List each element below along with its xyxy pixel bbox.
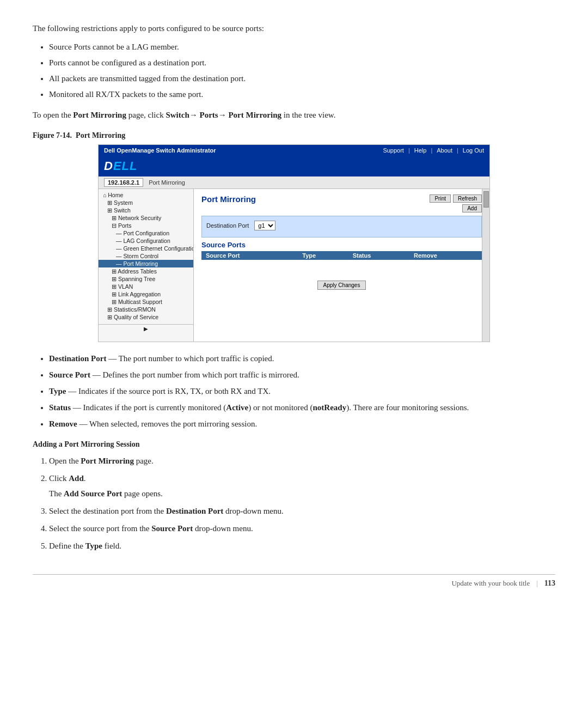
main-title: Port Mirroring: [201, 194, 256, 204]
table-header-row: Source Port Type Status Remove: [201, 251, 482, 260]
col-type: Type: [298, 251, 348, 260]
main-header: Port Mirroring Print Refresh Add: [201, 194, 482, 212]
desc-type: Type — Indicates if the source port is R…: [49, 385, 555, 398]
footer: Update with your book title | 113: [33, 574, 555, 588]
breadcrumb-ip[interactable]: 192.168.2.1: [104, 178, 143, 187]
logo-bar: DELL: [99, 156, 489, 176]
description-list: Destination Port — The port number to wh…: [49, 352, 555, 430]
table-empty-row: [201, 260, 482, 275]
breadcrumb-page: Port Mirroring: [149, 179, 185, 186]
breadcrumb-bar: 192.168.2.1 Port Mirroring: [99, 176, 489, 189]
dest-port-row: Destination Port g1: [206, 218, 477, 235]
sidebar-ports[interactable]: ⊟ Ports: [99, 222, 193, 229]
sidebar-vlan[interactable]: ⊞ VLAN: [99, 283, 193, 290]
btn-row-1: Print Refresh: [430, 194, 482, 203]
main-buttons: Print Refresh Add: [430, 194, 482, 212]
col-remove: Remove: [409, 251, 482, 260]
sidebar-switch[interactable]: ⊞ Switch: [99, 206, 193, 214]
adding-section-heading: Adding a Port Mirroring Session: [33, 440, 555, 449]
sidebar-statistics-rmon[interactable]: ⊞ Statistics/RMON: [99, 306, 193, 313]
btn-row-2: Add: [462, 204, 482, 212]
desc-status: Status — Indicates if the port is curren…: [49, 401, 555, 414]
sidebar-multicast-support[interactable]: ⊞ Multicast Support: [99, 298, 193, 306]
source-ports-table: Source Port Type Status Remove: [201, 251, 482, 275]
desc-destination-port: Destination Port — The port number to wh…: [49, 352, 555, 365]
desc-remove: Remove — When selected, removes the port…: [49, 417, 555, 430]
add-button[interactable]: Add: [462, 204, 482, 212]
sidebar: ⌂ Home ⊞ System ⊞ Switch ⊞ Network Secur…: [99, 189, 194, 342]
topbar-logout[interactable]: Log Out: [463, 147, 484, 154]
dell-logo: DELL: [104, 159, 137, 173]
sidebar-lag-configuration[interactable]: — LAG Configuration: [99, 237, 193, 245]
dest-port-section: Destination Port g1: [201, 216, 482, 238]
apply-changes-button[interactable]: Apply Changes: [317, 281, 366, 290]
bullet-3: All packets are transmitted tagged from …: [49, 72, 555, 85]
adding-steps: Open the Port Mirroring page. Click Add.…: [49, 454, 555, 552]
sidebar-port-mirroring[interactable]: — Port Mirroring: [99, 260, 193, 267]
dest-port-label: Destination Port: [206, 222, 249, 229]
desc-source-port: Source Port — Defines the port number fr…: [49, 368, 555, 381]
scrollbar[interactable]: [482, 189, 489, 342]
sep1: |: [408, 147, 410, 154]
topbar: Dell OpenManage Switch Administrator Sup…: [99, 145, 489, 156]
sidebar-address-tables[interactable]: ⊞ Address Tables: [99, 267, 193, 275]
step-1: Open the Port Mirroring page.: [49, 454, 555, 467]
sidebar-green-ethernet[interactable]: — Green Ethernet Configuration: [99, 245, 193, 252]
figure-label: Figure 7-14. Port Mirroring: [33, 131, 555, 140]
step-4: Select the source port from the Source P…: [49, 522, 555, 535]
tree-instruction: To open the Port Mirroring page, click S…: [33, 108, 555, 121]
source-ports-title: Source Ports: [201, 241, 482, 249]
col-status: Status: [348, 251, 409, 260]
apply-row: Apply Changes: [201, 281, 482, 290]
sidebar-link-aggregation[interactable]: ⊞ Link Aggregation: [99, 290, 193, 298]
sidebar-network-security[interactable]: ⊞ Network Security: [99, 214, 193, 222]
sidebar-quality-of-service[interactable]: ⊞ Quality of Service: [99, 313, 193, 321]
topbar-about[interactable]: About: [437, 147, 452, 154]
refresh-button[interactable]: Refresh: [453, 194, 482, 203]
bullet-4: Monitored all RX/TX packets to the same …: [49, 88, 555, 101]
intro-text: The following restrictions apply to port…: [33, 22, 555, 35]
sidebar-spanning-tree[interactable]: ⊞ Spanning Tree: [99, 275, 193, 283]
scrollbar-thumb[interactable]: [483, 191, 489, 208]
sidebar-home[interactable]: ⌂ Home: [99, 191, 193, 199]
footer-pipe: |: [536, 579, 538, 588]
topbar-links[interactable]: Support | Help | About | Log Out: [383, 147, 484, 154]
topbar-help[interactable]: Help: [414, 147, 427, 154]
sep3: |: [457, 147, 458, 154]
col-source-port: Source Port: [201, 251, 298, 260]
topbar-title: Dell OpenManage Switch Administrator: [104, 147, 216, 154]
footer-book-title: Update with your book title: [451, 579, 530, 588]
topbar-support[interactable]: Support: [383, 147, 404, 154]
footer-page-number: 113: [544, 579, 555, 588]
step-5: Define the Type field.: [49, 539, 555, 552]
step-3: Select the destination port from the Des…: [49, 504, 555, 518]
step-2: Click Add. The Add Source Port page open…: [49, 472, 555, 500]
bullet-1: Source Ports cannot be a LAG member.: [49, 40, 555, 53]
sidebar-storm-control[interactable]: — Storm Control: [99, 252, 193, 260]
switch-admin-screenshot: Dell OpenManage Switch Administrator Sup…: [98, 144, 490, 342]
sidebar-scroll-right[interactable]: ▶: [144, 326, 148, 332]
sep2: |: [431, 147, 432, 154]
restrictions-list: Source Ports cannot be a LAG member. Por…: [49, 40, 555, 101]
sidebar-port-configuration[interactable]: — Port Configuration: [99, 229, 193, 237]
print-button[interactable]: Print: [430, 194, 451, 203]
sidebar-system[interactable]: ⊞ System: [99, 199, 193, 206]
bullet-2: Ports cannot be configured as a destinat…: [49, 56, 555, 69]
main-content: Port Mirroring Print Refresh Add Destina…: [194, 189, 489, 342]
admin-body: ⌂ Home ⊞ System ⊞ Switch ⊞ Network Secur…: [99, 189, 489, 342]
dest-port-select[interactable]: g1: [254, 221, 275, 230]
